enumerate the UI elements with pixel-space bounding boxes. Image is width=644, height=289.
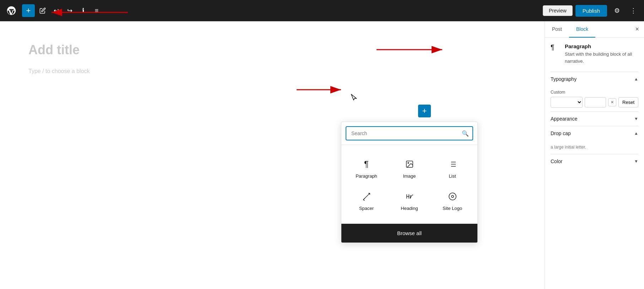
- font-size-input[interactable]: [585, 97, 606, 107]
- heading-label: Heading: [401, 206, 418, 211]
- reset-button[interactable]: Reset: [618, 97, 638, 107]
- tab-post[interactable]: Post: [545, 21, 569, 38]
- content-area: Add title Type / to choose a block + 🔍 ¶…: [0, 21, 644, 289]
- search-wrapper: 🔍: [346, 126, 473, 140]
- drop-cap-chevron-up: ▲: [634, 131, 638, 136]
- section-drop-cap: Drop cap ▲ a large initial letter.: [551, 126, 638, 154]
- typography-label: Typography: [551, 76, 577, 82]
- drop-cap-label: Drop cap: [551, 130, 571, 136]
- sidebar: Post Block × ¶ Paragraph Start with the …: [545, 21, 644, 289]
- tab-block[interactable]: Block: [569, 21, 595, 38]
- block-item-paragraph[interactable]: ¶ Paragraph: [345, 152, 388, 184]
- preview-button[interactable]: Preview: [543, 5, 573, 16]
- heading-icon: [403, 190, 416, 203]
- list-view-button[interactable]: ≡: [90, 4, 103, 17]
- toolbar-right: Preview Publish ⚙ ⋮: [543, 4, 640, 18]
- color-header[interactable]: Color ▼: [551, 154, 638, 168]
- drop-cap-desc-text: a large initial letter.: [551, 145, 586, 150]
- typography-chevron-up: ▲: [634, 77, 638, 82]
- site-logo-label: Site Logo: [443, 206, 462, 211]
- block-info: ¶ Paragraph Start with the building bloc…: [551, 43, 638, 65]
- list-icon: [446, 158, 459, 171]
- site-logo-icon: [446, 190, 459, 203]
- sidebar-close-button[interactable]: ×: [630, 22, 644, 37]
- appearance-header[interactable]: Appearance ▼: [551, 111, 638, 126]
- sidebar-content: ¶ Paragraph Start with the building bloc…: [545, 38, 644, 289]
- paragraph-label: Paragraph: [356, 173, 377, 179]
- add-block-button[interactable]: +: [22, 4, 35, 17]
- drop-cap-content: a large initial letter.: [551, 140, 638, 154]
- drop-cap-description: a large initial letter.: [551, 144, 638, 150]
- block-info-description: Start with the building block of all nar…: [565, 51, 638, 65]
- block-item-list[interactable]: List: [431, 152, 474, 184]
- image-icon: [403, 158, 416, 171]
- info-button[interactable]: ℹ: [77, 4, 90, 17]
- section-color: Color ▼: [551, 154, 638, 168]
- block-search-input[interactable]: [346, 126, 473, 140]
- block-item-site-logo[interactable]: Site Logo: [431, 184, 474, 217]
- typography-content: Custom ✕ Reset: [551, 86, 638, 111]
- block-placeholder: Type / to choose a block: [28, 68, 516, 74]
- paragraph-icon: ¶: [360, 158, 373, 171]
- block-item-image[interactable]: Image: [388, 152, 431, 184]
- spacer-label: Spacer: [359, 206, 374, 211]
- undo-button[interactable]: ↩: [50, 4, 63, 17]
- block-info-text: Paragraph Start with the building block …: [565, 43, 638, 65]
- color-chevron-down: ▼: [634, 159, 638, 164]
- sidebar-tabs: Post Block ×: [545, 21, 644, 38]
- browse-all-button[interactable]: Browse all: [341, 224, 477, 243]
- svg-point-9: [449, 193, 456, 200]
- font-size-row: ✕ Reset: [551, 97, 638, 108]
- toolbar: + ↩ ↪ ℹ ≡ Preview Publish ⚙ ⋮: [0, 0, 644, 21]
- appearance-chevron-down: ▼: [634, 116, 638, 121]
- block-item-heading[interactable]: Heading: [388, 184, 431, 217]
- color-label: Color: [551, 159, 562, 164]
- svg-line-8: [363, 193, 370, 200]
- spacer-icon: [360, 190, 373, 203]
- edit-button[interactable]: [36, 4, 49, 17]
- section-typography: Typography ▲ Custom ✕ Reset: [551, 72, 638, 111]
- svg-point-10: [451, 195, 454, 198]
- drop-cap-header[interactable]: Drop cap ▲: [551, 126, 638, 140]
- wp-logo[interactable]: [4, 4, 18, 18]
- appearance-label: Appearance: [551, 116, 578, 122]
- block-grid: ¶ Paragraph Image: [341, 145, 477, 224]
- svg-point-1: [408, 162, 409, 163]
- font-size-clear-button[interactable]: ✕: [608, 98, 616, 106]
- settings-button[interactable]: ⚙: [610, 4, 624, 18]
- editor[interactable]: Add title Type / to choose a block + 🔍 ¶…: [0, 21, 545, 289]
- block-info-name: Paragraph: [565, 43, 638, 49]
- placeholder-text: Type / to choose a block: [28, 68, 90, 74]
- publish-button[interactable]: Publish: [575, 5, 607, 17]
- typography-header[interactable]: Typography ▲: [551, 72, 638, 86]
- redo-button[interactable]: ↪: [63, 4, 76, 17]
- post-title[interactable]: Add title: [28, 43, 516, 57]
- font-size-select[interactable]: [551, 97, 583, 108]
- image-label: Image: [403, 173, 416, 179]
- section-appearance: Appearance ▼: [551, 111, 638, 126]
- block-item-spacer[interactable]: Spacer: [345, 184, 388, 217]
- custom-label: Custom: [551, 90, 638, 95]
- block-search-area: 🔍: [341, 122, 477, 145]
- more-options-button[interactable]: ⋮: [627, 4, 640, 17]
- search-icon: 🔍: [462, 130, 469, 137]
- block-inserter-popup: 🔍 ¶ Paragraph Image: [341, 122, 478, 243]
- inline-add-block-button[interactable]: +: [418, 105, 431, 117]
- block-info-icon: ¶: [551, 43, 561, 51]
- list-label: List: [449, 173, 456, 179]
